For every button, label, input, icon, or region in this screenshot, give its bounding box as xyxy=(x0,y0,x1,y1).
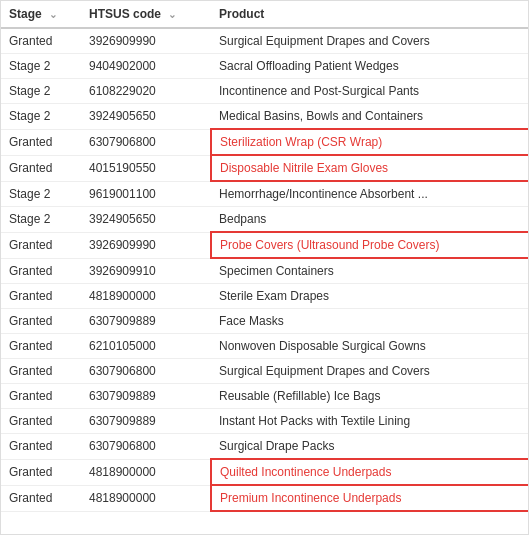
cell-stage: Stage 2 xyxy=(1,54,81,79)
cell-product: Medical Basins, Bowls and Containers xyxy=(211,104,529,130)
cell-product: Surgical Equipment Drapes and Covers xyxy=(211,359,529,384)
cell-product: Surgical Drape Packs xyxy=(211,434,529,460)
cell-product: Quilted Incontinence Underpads xyxy=(211,459,529,485)
cell-stage: Stage 2 xyxy=(1,207,81,233)
cell-stage: Granted xyxy=(1,409,81,434)
cell-htsus: 6307906800 xyxy=(81,359,211,384)
table-row[interactable]: Granted4818900000Sterile Exam Drapes xyxy=(1,284,529,309)
table-row[interactable]: Granted4818900000Quilted Incontinence Un… xyxy=(1,459,529,485)
cell-stage: Granted xyxy=(1,258,81,284)
cell-htsus: 6108229020 xyxy=(81,79,211,104)
table-row[interactable]: Granted6307906800Surgical Equipment Drap… xyxy=(1,359,529,384)
cell-htsus: 3924905650 xyxy=(81,207,211,233)
table-row[interactable]: Granted6307909889Instant Hot Packs with … xyxy=(1,409,529,434)
cell-htsus: 6307909889 xyxy=(81,309,211,334)
cell-htsus: 6210105000 xyxy=(81,334,211,359)
cell-htsus: 9404902000 xyxy=(81,54,211,79)
cell-stage: Granted xyxy=(1,334,81,359)
cell-product: Reusable (Refillable) Ice Bags xyxy=(211,384,529,409)
cell-htsus: 9619001100 xyxy=(81,181,211,207)
cell-stage: Granted xyxy=(1,359,81,384)
cell-htsus: 6307909889 xyxy=(81,384,211,409)
table-row[interactable]: Granted3926909910Specimen Containers xyxy=(1,258,529,284)
cell-stage: Granted xyxy=(1,28,81,54)
table-row[interactable]: Granted3926909990Probe Covers (Ultrasoun… xyxy=(1,232,529,258)
cell-product: Disposable Nitrile Exam Gloves xyxy=(211,155,529,181)
cell-htsus: 3926909910 xyxy=(81,258,211,284)
table-row[interactable]: Granted6210105000Nonwoven Disposable Sur… xyxy=(1,334,529,359)
cell-product: Face Masks xyxy=(211,309,529,334)
column-header-product[interactable]: Product xyxy=(211,1,529,28)
table-row[interactable]: Granted4818900000Premium Incontinence Un… xyxy=(1,485,529,511)
cell-htsus: 3926909990 xyxy=(81,28,211,54)
cell-stage: Granted xyxy=(1,129,81,155)
cell-htsus: 4818900000 xyxy=(81,459,211,485)
table-row[interactable]: Stage 23924905650Medical Basins, Bowls a… xyxy=(1,104,529,130)
cell-stage: Granted xyxy=(1,232,81,258)
cell-stage: Granted xyxy=(1,155,81,181)
table-row[interactable]: Granted3926909990Surgical Equipment Drap… xyxy=(1,28,529,54)
cell-product: Nonwoven Disposable Surgical Gowns xyxy=(211,334,529,359)
table-row[interactable]: Granted6307909889Face Masks xyxy=(1,309,529,334)
table-row[interactable]: Granted6307906800Surgical Drape Packs xyxy=(1,434,529,460)
cell-product: Surgical Equipment Drapes and Covers xyxy=(211,28,529,54)
cell-stage: Stage 2 xyxy=(1,181,81,207)
cell-product: Sacral Offloading Patient Wedges xyxy=(211,54,529,79)
table-row[interactable]: Stage 29619001100Hemorrhage/Incontinence… xyxy=(1,181,529,207)
cell-product: Hemorrhage/Incontinence Absorbent ... xyxy=(211,181,529,207)
cell-product: Specimen Containers xyxy=(211,258,529,284)
cell-product: Instant Hot Packs with Textile Lining xyxy=(211,409,529,434)
sort-icon-htsus: ⌄ xyxy=(168,9,176,20)
cell-htsus: 3926909990 xyxy=(81,232,211,258)
cell-product: Incontinence and Post-Surgical Pants xyxy=(211,79,529,104)
data-table: Stage ⌄ HTSUS code ⌄ Product Granted3926… xyxy=(0,0,529,535)
cell-htsus: 3924905650 xyxy=(81,104,211,130)
table-header-row: Stage ⌄ HTSUS code ⌄ Product xyxy=(1,1,529,28)
table-row[interactable]: Granted6307906800Sterilization Wrap (CSR… xyxy=(1,129,529,155)
cell-htsus: 4818900000 xyxy=(81,284,211,309)
cell-htsus: 4818900000 xyxy=(81,485,211,511)
table-row[interactable]: Granted4015190550Disposable Nitrile Exam… xyxy=(1,155,529,181)
cell-product: Bedpans xyxy=(211,207,529,233)
cell-stage: Granted xyxy=(1,284,81,309)
cell-stage: Granted xyxy=(1,384,81,409)
cell-stage: Granted xyxy=(1,459,81,485)
table-row[interactable]: Stage 29404902000Sacral Offloading Patie… xyxy=(1,54,529,79)
cell-stage: Stage 2 xyxy=(1,79,81,104)
cell-stage: Stage 2 xyxy=(1,104,81,130)
table-row[interactable]: Stage 23924905650Bedpans xyxy=(1,207,529,233)
cell-stage: Granted xyxy=(1,434,81,460)
cell-htsus: 6307909889 xyxy=(81,409,211,434)
cell-htsus: 4015190550 xyxy=(81,155,211,181)
cell-htsus: 6307906800 xyxy=(81,434,211,460)
table-row[interactable]: Granted6307909889Reusable (Refillable) I… xyxy=(1,384,529,409)
cell-stage: Granted xyxy=(1,485,81,511)
cell-product: Sterile Exam Drapes xyxy=(211,284,529,309)
cell-product: Premium Incontinence Underpads xyxy=(211,485,529,511)
cell-stage: Granted xyxy=(1,309,81,334)
cell-product: Probe Covers (Ultrasound Probe Covers) xyxy=(211,232,529,258)
cell-htsus: 6307906800 xyxy=(81,129,211,155)
sort-icon-stage: ⌄ xyxy=(49,9,57,20)
cell-product: Sterilization Wrap (CSR Wrap) xyxy=(211,129,529,155)
column-header-stage[interactable]: Stage ⌄ xyxy=(1,1,81,28)
column-header-htsus[interactable]: HTSUS code ⌄ xyxy=(81,1,211,28)
table-row[interactable]: Stage 26108229020Incontinence and Post-S… xyxy=(1,79,529,104)
